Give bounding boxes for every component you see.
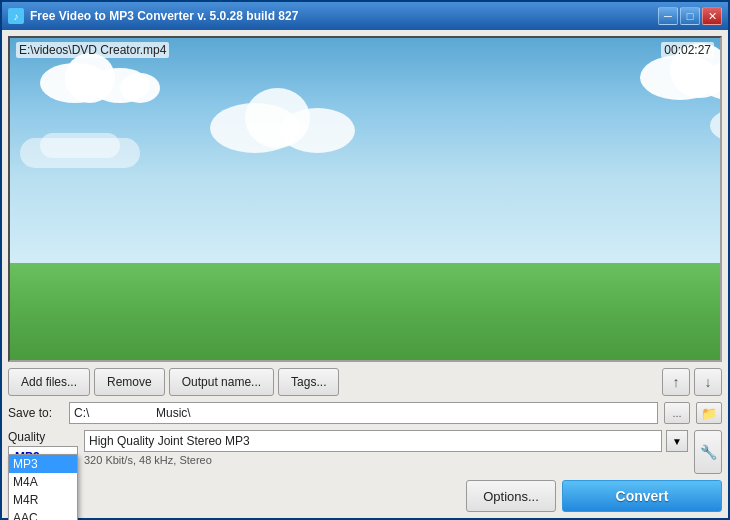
video-duration: 00:02:27 [661,42,714,58]
app-content: E:\videos\DVD Creator.mp4 00:02:27 Add f… [2,30,728,518]
ground-background [10,263,720,360]
clouds-container [10,38,720,270]
format-option-aac[interactable]: AAC [9,509,77,520]
add-files-button[interactable]: Add files... [8,368,90,396]
main-window: ♪ Free Video to MP3 Converter v. 5.0.28 … [0,0,730,520]
toolbar: Add files... Remove Output name... Tags.… [8,368,722,396]
bottom-row: playlist Options... Convert [8,480,722,512]
save-to-row: Save to: ... 📁 [8,402,722,424]
file-path-label: E:\videos\DVD Creator.mp4 [16,42,169,58]
quality-info-text: 320 Kbit/s, 48 kHz, Stereo [84,454,688,466]
move-up-button[interactable]: ↑ [662,368,690,396]
maximize-button[interactable]: □ [680,7,700,25]
minimize-button[interactable]: ─ [658,7,678,25]
options-button[interactable]: Options... [466,480,556,512]
quality-label: Quality [8,430,78,444]
quality-dropdown-arrow[interactable]: ▼ [666,430,688,452]
close-button[interactable]: ✕ [702,7,722,25]
window-controls: ─ □ ✕ [658,7,722,25]
settings-button[interactable]: 🔧 [694,430,722,474]
output-name-button[interactable]: Output name... [169,368,274,396]
video-preview: E:\videos\DVD Creator.mp4 00:02:27 [8,36,722,362]
quality-name-input[interactable] [84,430,662,452]
convert-button[interactable]: Convert [562,480,722,512]
title-bar: ♪ Free Video to MP3 Converter v. 5.0.28 … [2,2,728,30]
quality-select-wrap: ▼ [84,430,688,452]
wrench-icon: 🔧 [700,444,717,460]
browse-button[interactable]: ... [664,402,690,424]
tags-button[interactable]: Tags... [278,368,339,396]
format-option-m4r[interactable]: M4R [9,491,77,509]
format-dropdown[interactable]: MP3 M4A M4R AAC WAV WMA OGG [8,454,78,520]
remove-button[interactable]: Remove [94,368,165,396]
open-folder-button[interactable]: 📁 [696,402,722,424]
window-title: Free Video to MP3 Converter v. 5.0.28 bu… [30,9,658,23]
quality-details: ▼ 320 Kbit/s, 48 kHz, Stereo [84,430,688,466]
quality-row: Quality MP3 M4A M4R AAC WAV WMA OGG MP3 [8,430,722,474]
move-down-button[interactable]: ↓ [694,368,722,396]
format-option-mp3[interactable]: MP3 [9,455,77,473]
app-icon: ♪ [8,8,24,24]
save-to-label: Save to: [8,406,63,420]
format-option-m4a[interactable]: M4A [9,473,77,491]
save-path-input[interactable] [69,402,658,424]
quality-label-col: Quality MP3 M4A M4R AAC WAV WMA OGG MP3 [8,430,78,468]
